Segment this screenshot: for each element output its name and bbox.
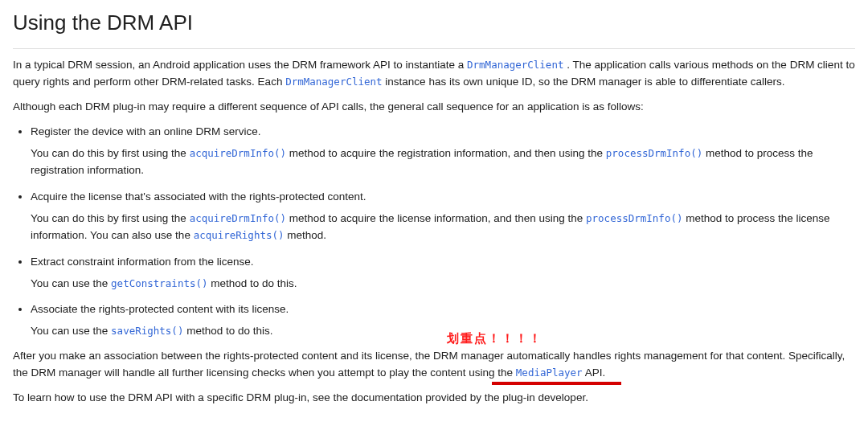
- step-head: Associate the rights-protected content w…: [31, 301, 855, 318]
- step-body: You can use the getConstraints() method …: [31, 276, 855, 293]
- outro-paragraph-2: To learn how to use the DRM API with a s…: [13, 390, 855, 407]
- text: method to do this.: [186, 325, 272, 337]
- text: method to do this.: [211, 277, 297, 289]
- text: method.: [287, 229, 326, 241]
- step-head: Extract constraint information from the …: [31, 254, 855, 271]
- code-link-processdrminfo[interactable]: processDrmInfo(): [586, 212, 682, 224]
- code-link-drmmanagerclient[interactable]: DrmManagerClient: [467, 59, 563, 71]
- text: You can use the: [31, 325, 111, 337]
- code-link-getconstraints[interactable]: getConstraints(): [111, 277, 207, 289]
- list-item: Extract constraint information from the …: [31, 254, 855, 293]
- text: You can do this by first using the: [31, 147, 190, 159]
- annotation-highlight: 划重点！！！！: [447, 329, 542, 347]
- code-link-acquiredrminfo[interactable]: acquireDrmInfo(): [190, 147, 286, 159]
- step-body: You can do this by first using the acqui…: [31, 145, 855, 179]
- code-link-mediaplayer[interactable]: MediaPlayer: [516, 366, 583, 379]
- highlighted-code: MediaPlayer: [516, 365, 583, 382]
- list-item: Associate the rights-protected content w…: [31, 301, 855, 340]
- step-body: You can do this by first using the acqui…: [31, 211, 855, 244]
- text: method to acquire the license informatio…: [289, 212, 586, 224]
- intro-paragraph-1: In a typical DRM session, an Android app…: [13, 57, 855, 91]
- code-link-drmmanagerclient[interactable]: DrmManagerClient: [285, 76, 382, 88]
- code-link-acquiredrminfo[interactable]: acquireDrmInfo(): [190, 212, 286, 224]
- code-link-saverights[interactable]: saveRights(): [111, 325, 183, 337]
- list-item: Register the device with an online DRM s…: [31, 124, 855, 179]
- text: In a typical DRM session, an Android app…: [13, 59, 467, 71]
- text: method to acquire the registration infor…: [289, 147, 606, 159]
- text: API.: [585, 366, 606, 379]
- page-title: Using the DRM API: [13, 6, 855, 49]
- text: You can use the: [31, 277, 111, 289]
- step-body: You can use the saveRights() method to d…: [31, 323, 855, 340]
- step-head: Acquire the license that's associated wi…: [31, 189, 855, 206]
- step-head: Register the device with an online DRM s…: [31, 124, 855, 141]
- text: After you make an association between th…: [13, 350, 845, 379]
- list-item: Acquire the license that's associated wi…: [31, 189, 855, 244]
- code-link-acquirerights[interactable]: acquireRights(): [194, 229, 285, 241]
- steps-list: Register the device with an online DRM s…: [13, 124, 855, 340]
- code-link-processdrminfo[interactable]: processDrmInfo(): [606, 147, 702, 159]
- text: You can do this by first using the: [31, 212, 190, 224]
- intro-paragraph-2: Although each DRM plug-in may require a …: [13, 99, 855, 116]
- outro-paragraph-1: After you make an association between th…: [13, 348, 855, 382]
- text: instance has its own unique ID, so the D…: [385, 76, 784, 88]
